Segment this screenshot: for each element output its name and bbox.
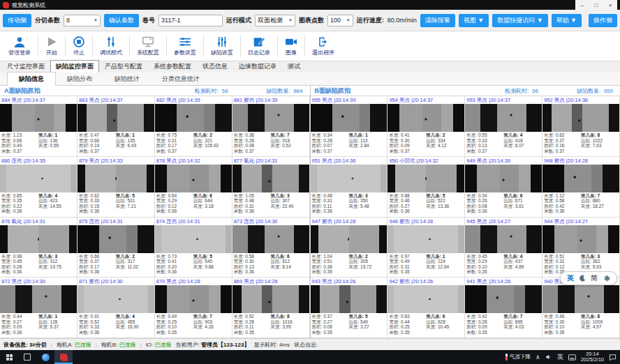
- weather-widget[interactable]: 气温下降: [505, 354, 531, 361]
- tab-4[interactable]: 状态信息: [197, 60, 233, 73]
- subtab-3[interactable]: 分类信息统计: [151, 73, 211, 86]
- defect-cell[interactable]: 942 擦伤 |20:14:26 长度: 0.83 宽度: 0.44 面积: 0…: [388, 278, 465, 338]
- defect-gray-value: 0.55: [50, 143, 59, 148]
- defect-thumbnail-image: [542, 225, 619, 253]
- defect-width: 0.58: [556, 198, 565, 203]
- chart-points-select[interactable]: 100▼: [327, 15, 353, 26]
- dark-mode-moon-icon[interactable]: [579, 275, 586, 282]
- tool-button-play[interactable]: 开始: [38, 31, 65, 61]
- defect-cell[interactable]: 953 黑点 |20:14:37 长度: 0.55 宽度: 0.33 面积: 0…: [465, 96, 542, 157]
- defect-edge-distance: 334: [438, 138, 445, 143]
- panel-a-title: A面缺陷抓拍: [4, 86, 195, 96]
- defect-area: 0.10: [478, 264, 487, 269]
- start-button[interactable]: [0, 350, 18, 364]
- run-mode-select[interactable]: 双面检测▼: [255, 15, 295, 26]
- defect-gray-value: 16.90: [127, 324, 138, 329]
- defect-gray-value: 12.64: [438, 264, 449, 269]
- defect-area: 0.33: [91, 324, 100, 329]
- defect-cell[interactable]: 876 氧化 |20:14:31 长度: 0.98 宽度: 0.45 面积: 0…: [0, 218, 78, 278]
- tool-button-log-edit[interactable]: 日志记录: [241, 31, 277, 61]
- app-logo-icon: [3, 2, 9, 8]
- defect-strip-no: 8: [598, 132, 600, 137]
- defect-cell[interactable]: 948 擦伤 |20:14:28 长度: 1.12 宽度: 0.58 面积: 0…: [542, 157, 620, 218]
- tool-button-sliders-horizontal[interactable]: 参数设置: [167, 31, 203, 61]
- defect-id: 876: [1, 218, 10, 225]
- defect-cell[interactable]: 870 黑点 |20:14:28 长度: 0.49 宽度: 0.25 面积: 0…: [155, 278, 232, 338]
- defect-cell[interactable]: 940 黑点 |20:14:26 长度: 0.46 宽度: 0.30 面积: 0…: [542, 278, 620, 338]
- tab-1[interactable]: 缺陷监控界面: [50, 60, 99, 73]
- defect-cell[interactable]: 874 压伤 |20:14:31 长度: 0.73 宽度: 0.41 面积: 0…: [155, 218, 232, 278]
- tab-0[interactable]: 尺寸监控界面: [1, 60, 50, 73]
- defect-cell[interactable]: 879 黑点 |20:14:33 长度: 0.62 宽度: 0.33 面积: 0…: [78, 157, 155, 218]
- help-menu-button[interactable]: 帮助 ▼: [552, 14, 582, 27]
- defect-cell[interactable]: 952 黑点 |20:14:36 长度: 0.62 宽度: 0.37 面积: 0…: [542, 96, 620, 157]
- defect-strip-no: 1: [54, 132, 57, 137]
- touch-keyboard-icon[interactable]: [568, 354, 576, 361]
- tray-expand-button[interactable]: ∧: [536, 354, 540, 361]
- defect-cell[interactable]: 947 擦伤 |20:14:28 长度: 1.04 宽度: 0.51 面积: 0…: [311, 218, 388, 278]
- task-view-button[interactable]: [18, 350, 36, 364]
- close-button[interactable]: ×: [603, 2, 617, 8]
- taskbar-clock[interactable]: 20:142025/2/10: [581, 351, 604, 363]
- defect-cell[interactable]: 954 黑点 |20:14:37 长度: 0.41 宽度: 0.30 面积: 0…: [388, 96, 465, 157]
- confirm-count-button[interactable]: 确认条数: [104, 14, 139, 27]
- view-menu-button[interactable]: 视图 ▼: [459, 14, 489, 27]
- maximize-button[interactable]: □: [589, 2, 603, 8]
- defect-cell[interactable]: 878 黑点 |20:14:32 长度: 0.54 宽度: 0.29 面积: 0…: [155, 157, 232, 218]
- defect-cell[interactable]: 884 黑点 |20:14:37 长度: 1.23 宽度: 0.66 面积: 0…: [0, 96, 78, 157]
- settings-gear-icon[interactable]: [603, 275, 610, 282]
- defect-type: 黑点: [322, 97, 332, 103]
- notification-center-icon[interactable]: [609, 354, 617, 361]
- volume-icon[interactable]: [545, 354, 552, 361]
- drive-side-button[interactable]: 传动侧: [3, 14, 31, 27]
- defect-cell[interactable]: 943 黑点 |20:14:26 长度: 0.37 宽度: 0.27 面积: 0…: [311, 278, 388, 338]
- defect-cell[interactable]: 871 擦伤 |20:14:30 长度: 0.91 宽度: 0.52 面积: 0…: [78, 278, 155, 338]
- defect-strip-no: 1: [365, 132, 368, 137]
- tool-button-camera[interactable]: 图像: [278, 31, 304, 61]
- defect-cell[interactable]: 869 黑点 |20:14:28 长度: 0.52 宽度: 0.28 面积: 0…: [232, 278, 310, 338]
- defect-cell[interactable]: 955 黑点 |20:14:39 长度: 0.34 宽度: 0.28 面积: 0…: [311, 96, 388, 157]
- defect-cell[interactable]: 941 黑点 |20:14:26 长度: 0.42 宽度: 0.28 面积: 0…: [465, 278, 542, 338]
- tool-button-debug-sliders[interactable]: 调试模式: [93, 31, 129, 61]
- language-english-toggle[interactable]: 英: [567, 273, 574, 283]
- roll-number-input[interactable]: [158, 15, 223, 26]
- defect-edge-distance: 918: [282, 138, 290, 143]
- defect-cell[interactable]: 882 黑点 |20:14:35 长度: 0.75 宽度: 0.31 面积: 0…: [155, 96, 232, 157]
- defect-cell[interactable]: 875 压伤 |20:14:31 长度: 0.66 宽度: 0.37 面积: 0…: [78, 218, 155, 278]
- defect-length: 0.73: [168, 254, 177, 259]
- defect-cell[interactable]: 883 黑点 |20:14:37 长度: 0.47 宽度: 0.66 面积: 0…: [78, 96, 155, 157]
- tool-button-monitor[interactable]: 系统配置: [130, 31, 166, 61]
- subtab-2[interactable]: 缺陷统计: [103, 73, 151, 86]
- clear-alarm-button[interactable]: 清除报警: [420, 14, 455, 27]
- defect-cell[interactable]: 944 黑点 |20:14:27 长度: 0.51 宽度: 0.32 面积: 0…: [542, 218, 620, 278]
- minimize-button[interactable]: –: [575, 2, 589, 8]
- subtab-1[interactable]: 缺陷分布: [56, 73, 103, 86]
- browser-taskbar-button[interactable]: [36, 350, 54, 364]
- operate-side-button[interactable]: 操作侧: [589, 14, 617, 27]
- defect-cell[interactable]: 881 擦伤 |20:14:35 长度: 0.38 宽度: 0.28 面积: 0…: [232, 96, 310, 157]
- defect-cell[interactable]: 951 黑点 |20:14:36 长度: 0.48 宽度: 0.31 面积: 0…: [311, 157, 388, 218]
- tool-button-stop[interactable]: 停止: [66, 31, 92, 61]
- subtab-0[interactable]: 缺陷信息: [7, 72, 56, 86]
- tab-2[interactable]: 产品型号配置: [99, 60, 148, 73]
- defect-cell[interactable]: 877 氧化 |20:14:31 长度: 1.05 宽度: 0.48 面积: 0…: [232, 157, 310, 218]
- tool-button-user[interactable]: 管理登录: [1, 31, 38, 61]
- defect-cell[interactable]: 873 压伤 |20:14:30 长度: 0.58 宽度: 0.30 面积: 0…: [232, 218, 310, 278]
- defect-length: 0.62: [91, 193, 100, 198]
- inspection-app-taskbar-button[interactable]: [54, 350, 73, 364]
- tab-3[interactable]: 系统参数配置: [148, 60, 197, 73]
- defect-cell[interactable]: 880 压伤 |20:14:35 长度: 0.85 宽度: 0.35 面积: 0…: [0, 157, 78, 218]
- slit-count-select[interactable]: 8▼: [64, 15, 101, 26]
- defect-cell[interactable]: 949 黑点 |20:14:30 长度: 0.39 宽度: 0.26 面积: 0…: [465, 157, 542, 218]
- tool-button-sliders-vertical[interactable]: 缺陷设置: [204, 31, 240, 61]
- data-quick-access-menu-button[interactable]: 数据快捷访问 ▼: [492, 14, 547, 27]
- input-language-indicator[interactable]: 英: [557, 353, 563, 362]
- tab-5[interactable]: 边缘数据记录: [233, 60, 282, 73]
- tab-6[interactable]: 测试: [282, 60, 306, 73]
- defect-cell[interactable]: 946 擦伤 |20:14:28 长度: 0.97 宽度: 0.49 面积: 0…: [388, 218, 465, 278]
- defect-cell[interactable]: 872 黑点 |20:14:30 长度: 0.44 宽度: 0.27 面积: 0…: [0, 278, 78, 338]
- tool-button-exit[interactable]: 退出程序: [305, 31, 341, 61]
- defect-cell[interactable]: 950 小凹坑 |20:14:32 长度: 0.88 宽度: 0.46 面积: …: [388, 157, 465, 218]
- language-simplified-toggle[interactable]: 简: [591, 273, 598, 283]
- defect-cell[interactable]: 945 黑点 |20:14:27 长度: 0.45 宽度: 0.29 面积: 0…: [465, 218, 542, 278]
